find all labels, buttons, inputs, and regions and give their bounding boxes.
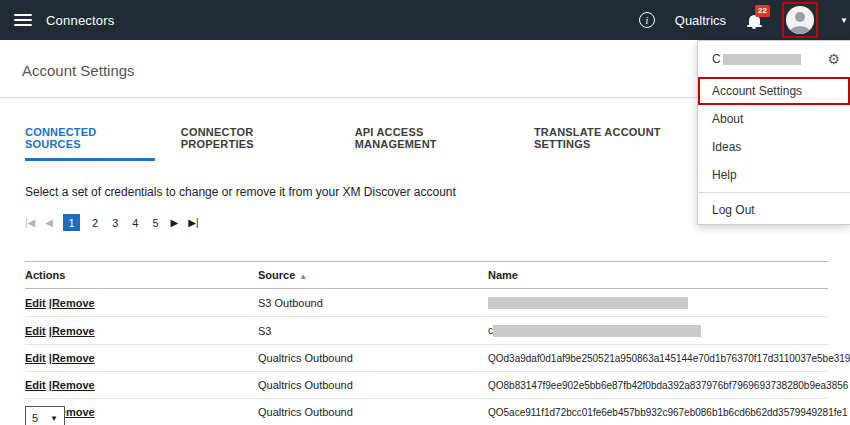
name-cell: QO8b83147f9ee902e5bb6e87fb42f0bda392a837… <box>488 380 848 391</box>
credentials-table: Actions Source▲ Name Edit |Remove S3 Out… <box>25 261 828 425</box>
menu-item-ideas[interactable]: Ideas <box>698 133 850 161</box>
pagination-last-icon[interactable]: ▶| <box>188 217 198 228</box>
redacted-name-bar <box>488 297 688 309</box>
tab-connector-properties[interactable]: CONNECTOR PROPERTIES <box>181 126 329 161</box>
tab-api-access-management[interactable]: API ACCESS MANAGEMENT <box>355 126 508 161</box>
chevron-down-icon[interactable]: ▼ <box>840 16 848 25</box>
menu-item-about[interactable]: About <box>698 105 850 133</box>
pagination-first-icon[interactable]: |◀ <box>25 217 35 228</box>
topbar: Connectors i Qualtrics 22 ▼ <box>0 0 850 40</box>
page-size-value: 5 <box>32 412 38 424</box>
page-size-select[interactable]: 5 ▼ <box>25 406 65 425</box>
edit-link[interactable]: Edit <box>25 297 46 309</box>
pagination-page-current[interactable]: 1 <box>63 214 80 231</box>
remove-link[interactable]: |Remove <box>49 297 95 309</box>
info-icon[interactable]: i <box>639 12 655 28</box>
sort-asc-icon: ▲ <box>299 272 307 281</box>
annotation-box-avatar <box>782 2 818 38</box>
pagination-prev-icon[interactable]: ◀ <box>45 217 53 228</box>
table-row: Edit |Remove S3 c <box>25 317 828 345</box>
table-row: Edit |Remove Qualtrics Outbound QO5ace91… <box>25 399 828 425</box>
pagination-next-icon[interactable]: ▶ <box>171 217 179 228</box>
source-cell: Qualtrics Outbound <box>258 352 353 364</box>
source-cell: Qualtrics Outbound <box>258 406 353 418</box>
remove-link[interactable]: |Remove <box>49 352 95 364</box>
column-header-source[interactable]: Source▲ <box>258 262 488 289</box>
bell-clapper <box>752 27 756 29</box>
source-cell: Qualtrics Outbound <box>258 379 353 391</box>
menu-item-account-settings[interactable]: Account Settings <box>698 77 850 105</box>
tab-connected-sources[interactable]: CONNECTED SOURCES <box>25 126 155 161</box>
chevron-down-icon: ▼ <box>50 414 58 423</box>
pagination-page-3[interactable]: 3 <box>110 217 120 229</box>
topbar-right: i Qualtrics 22 ▼ <box>639 2 850 38</box>
hamburger-menu-icon[interactable] <box>14 14 32 26</box>
column-header-name: Name <box>488 262 828 289</box>
remove-link[interactable]: |Remove <box>49 325 95 337</box>
pagination-page-4[interactable]: 4 <box>130 217 140 229</box>
edit-link[interactable]: Edit <box>25 379 46 391</box>
column-header-actions: Actions <box>25 262 258 289</box>
avatar-head <box>795 12 805 22</box>
redacted-name-bar <box>493 325 701 337</box>
pagination-page-2[interactable]: 2 <box>90 217 100 229</box>
table-header-row: Actions Source▲ Name <box>25 262 828 289</box>
table-row: Edit |Remove Qualtrics Outbound QOd3a9da… <box>25 345 828 372</box>
table-row: Edit |Remove S3 Outbound <box>25 289 828 317</box>
notification-badge: 22 <box>755 5 770 17</box>
name-cell: QO5ace911f1d72bcc01fe6eb457bb932c967eb08… <box>488 407 848 418</box>
remove-link[interactable]: |Remove <box>49 379 95 391</box>
menu-divider <box>698 192 850 193</box>
source-cell: S3 Outbound <box>258 297 323 309</box>
source-cell: S3 <box>258 325 271 337</box>
brand-logo: Qualtrics <box>675 13 726 28</box>
menu-item-log-out[interactable]: Log Out <box>698 196 850 224</box>
edit-link[interactable]: Edit <box>25 325 46 337</box>
user-dropdown-menu: C ⚙ Account Settings About Ideas Help Lo… <box>697 40 850 225</box>
pagination-page-5[interactable]: 5 <box>150 217 160 229</box>
menu-user-row: C ⚙ <box>698 41 850 77</box>
avatar-body <box>790 26 810 34</box>
user-name: C <box>712 52 721 66</box>
redacted-user-name-bar <box>723 54 801 65</box>
menu-item-help[interactable]: Help <box>698 161 850 189</box>
gear-icon[interactable]: ⚙ <box>827 52 840 66</box>
table-row: Edit |Remove Qualtrics Outbound QO8b8314… <box>25 372 828 399</box>
column-header-source-label: Source <box>258 269 295 281</box>
edit-link[interactable]: Edit <box>25 352 46 364</box>
tab-translate-account-settings[interactable]: TRANSLATE ACCOUNT SETTINGS <box>534 126 720 161</box>
name-cell: QOd3a9daf0d1af9be250521a950863a145144e70… <box>488 353 850 364</box>
topbar-title: Connectors <box>46 13 114 28</box>
avatar[interactable] <box>786 6 814 34</box>
notifications-bell-icon[interactable]: 22 <box>746 11 762 29</box>
